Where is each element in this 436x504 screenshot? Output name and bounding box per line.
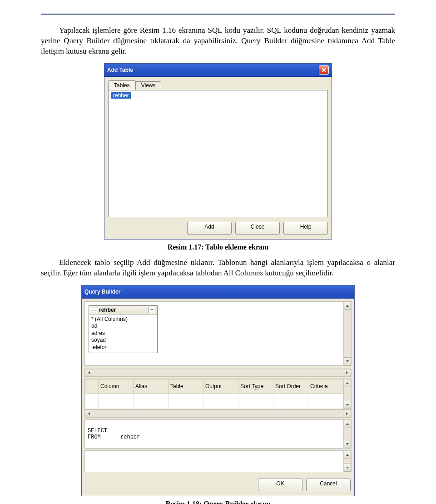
qb-diagram-pane[interactable]: rehber – * (All Columns) ad adres soyad …: [84, 301, 352, 366]
scroll-down-icon[interactable]: [344, 464, 351, 472]
scroll-down-icon[interactable]: [344, 357, 351, 365]
add-table-titlebar: Add Table: [104, 64, 332, 77]
col-soyad[interactable]: soyad: [91, 337, 155, 344]
scroll-up-icon[interactable]: [344, 379, 351, 387]
scrollbar-horizontal[interactable]: [84, 369, 352, 377]
qb-table-box[interactable]: rehber – * (All Columns) ad adres soyad …: [89, 305, 158, 353]
list-item[interactable]: rehber: [111, 92, 131, 99]
qb-criteria-grid[interactable]: Column Alias Table Output Sort Type Sort…: [84, 379, 352, 409]
add-button[interactable]: Add: [187, 222, 232, 235]
minimize-icon[interactable]: –: [148, 307, 155, 313]
qb-sql-pane[interactable]: SELECT FROM rehber: [84, 419, 352, 449]
figure-caption-2: Resim 1.18: Query Builder ekranı: [41, 500, 395, 504]
sql-select: SELECT: [88, 428, 107, 434]
query-builder-window: Query Builder rehber – * (All Columns) a…: [81, 285, 355, 496]
close-icon[interactable]: [319, 65, 329, 75]
grid-head-alias[interactable]: Alias: [134, 379, 168, 393]
add-table-list[interactable]: rehber: [108, 90, 328, 217]
scroll-up-icon[interactable]: [344, 451, 351, 459]
scroll-left-icon[interactable]: [85, 369, 93, 376]
scroll-right-icon[interactable]: [343, 410, 351, 417]
scroll-up-icon[interactable]: [344, 420, 351, 428]
paragraph-1: Yapılacak işlemlere göre Resim 1.16 ekra…: [41, 25, 395, 57]
grid-head-table[interactable]: Table: [168, 379, 203, 393]
scrollbar-horizontal[interactable]: [84, 409, 352, 418]
tab-tables[interactable]: Tables: [108, 80, 136, 90]
add-table-title: Add Table: [107, 67, 133, 73]
qb-results-pane[interactable]: [84, 450, 352, 472]
scroll-right-icon[interactable]: [343, 369, 351, 376]
cancel-button[interactable]: Cancel: [306, 479, 351, 491]
paragraph-2: Eklenecek tablo seçilip Add düğmesine tı…: [41, 258, 395, 279]
tab-views[interactable]: Views: [135, 81, 162, 91]
sql-tbl: rehber: [120, 434, 140, 440]
table-icon: [91, 308, 97, 313]
scrollbar-vertical[interactable]: [343, 302, 351, 365]
col-all-columns[interactable]: * (All Columns): [91, 316, 155, 323]
scroll-up-icon[interactable]: [344, 302, 351, 310]
scroll-down-icon[interactable]: [344, 401, 351, 409]
table-row[interactable]: [85, 401, 343, 409]
grid-head-sortorder[interactable]: Sort Order: [273, 379, 308, 393]
grid-head-sorttype[interactable]: Sort Type: [238, 379, 273, 393]
qb-table-name: rehber: [99, 307, 116, 313]
page-top-rule: [41, 14, 395, 15]
scrollbar-vertical[interactable]: [343, 420, 351, 448]
grid-head-output[interactable]: Output: [203, 379, 238, 393]
col-adres[interactable]: adres: [91, 330, 155, 337]
ok-button[interactable]: OK: [258, 479, 302, 491]
col-ad[interactable]: ad: [91, 323, 155, 330]
table-row[interactable]: [85, 393, 343, 401]
help-button[interactable]: Help: [283, 222, 328, 235]
qb-titlebar: Query Builder: [82, 285, 354, 299]
grid-head-column[interactable]: Column: [99, 379, 134, 393]
col-telefon[interactable]: telefon: [91, 344, 155, 351]
scroll-left-icon[interactable]: [85, 410, 93, 417]
close-button[interactable]: Close: [235, 222, 280, 235]
sql-from: FROM: [88, 434, 101, 440]
add-table-window: Add Table Tables Views rehber Add Close …: [104, 63, 332, 240]
grid-head-criteria[interactable]: Criteria: [308, 379, 343, 393]
scroll-down-icon[interactable]: [344, 440, 351, 448]
scrollbar-vertical[interactable]: [343, 451, 351, 472]
scrollbar-vertical[interactable]: [343, 379, 351, 409]
figure-caption-1: Resim 1.17: Tablo ekleme ekranı: [41, 243, 395, 251]
qb-title: Query Builder: [84, 289, 120, 295]
